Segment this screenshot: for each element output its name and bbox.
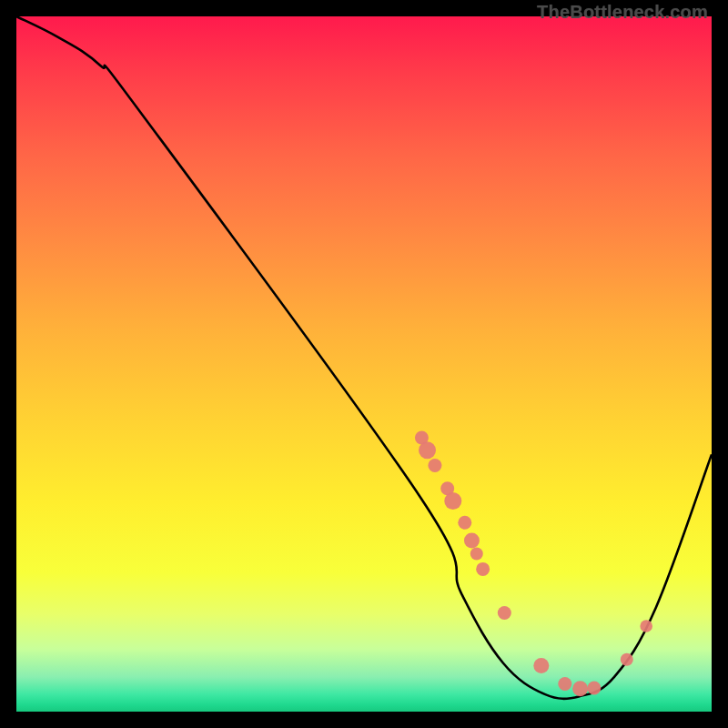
data-marker bbox=[587, 682, 601, 695]
data-marker bbox=[558, 677, 571, 691]
data-marker bbox=[640, 620, 652, 632]
data-marker bbox=[419, 441, 436, 459]
data-marker bbox=[621, 653, 633, 666]
bottleneck-chart bbox=[16, 16, 712, 712]
bottleneck-curve bbox=[16, 16, 712, 699]
data-marker bbox=[444, 492, 461, 510]
marker-layer bbox=[415, 430, 652, 696]
data-marker bbox=[476, 562, 490, 576]
data-marker bbox=[572, 681, 588, 696]
data-marker bbox=[498, 606, 511, 620]
data-marker bbox=[464, 533, 480, 549]
data-marker bbox=[428, 459, 441, 472]
data-marker bbox=[470, 548, 483, 561]
data-marker bbox=[458, 516, 471, 530]
data-marker bbox=[533, 658, 549, 673]
